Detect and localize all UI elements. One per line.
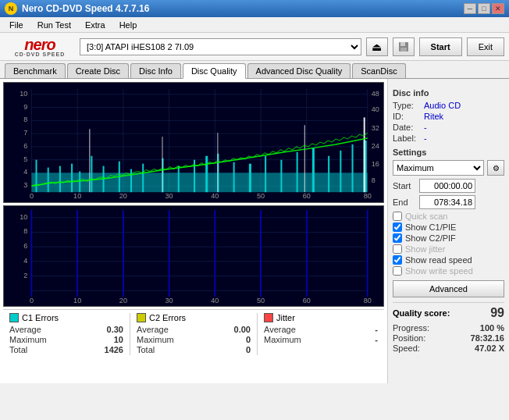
menu-extra[interactable]: Extra [79, 19, 112, 31]
tab-disc-quality[interactable]: Disc Quality [183, 63, 246, 79]
svg-rect-65 [340, 151, 341, 192]
svg-text:80: 80 [364, 192, 372, 200]
c1-chart: 10 9 8 7 6 5 4 3 48 40 32 24 16 8 0 10 2… [3, 82, 384, 203]
exit-button[interactable]: Exit [467, 37, 504, 56]
toolbar: nero CD·DVD SPEED [3:0] ATAPI iHES108 2 … [0, 33, 509, 61]
svg-text:0: 0 [30, 192, 34, 200]
svg-text:40: 40 [372, 106, 379, 114]
tab-create-disc[interactable]: Create Disc [67, 63, 129, 78]
svg-text:10: 10 [20, 90, 27, 98]
show-write-speed-checkbox[interactable] [393, 266, 402, 276]
svg-text:60: 60 [303, 192, 311, 200]
svg-text:30: 30 [166, 192, 173, 200]
svg-text:7: 7 [23, 129, 27, 137]
tab-advanced-disc-quality[interactable]: Advanced Disc Quality [247, 63, 351, 78]
show-c2-pif-checkbox[interactable] [393, 233, 402, 243]
disc-id-value: Ritek [424, 112, 443, 121]
svg-text:9: 9 [23, 103, 27, 111]
c2-total-label: Total [137, 345, 155, 354]
eject-button[interactable]: ⏏ [366, 37, 388, 56]
show-c1-pie-label: Show C1/PIE [405, 222, 456, 232]
svg-text:10: 10 [73, 297, 81, 304]
drive-selector[interactable]: [3:0] ATAPI iHES108 2 7I.09 [80, 38, 361, 55]
show-read-speed-row: Show read speed [393, 255, 504, 265]
svg-text:20: 20 [119, 192, 127, 200]
progress-label: Progress: [393, 323, 429, 333]
advanced-button[interactable]: Advanced [393, 280, 504, 297]
maximize-button[interactable]: □ [478, 3, 490, 14]
svg-text:3: 3 [23, 181, 27, 189]
position-row: Position: 78:32.16 [393, 333, 504, 343]
speed-settings-row: Maximum ⚙ [393, 160, 504, 176]
menu-help[interactable]: Help [113, 19, 144, 31]
c2-max-value: 0 [246, 335, 251, 344]
c2-avg-label: Average [137, 325, 169, 334]
svg-rect-56 [205, 156, 208, 192]
side-panel: Disc info Type: Audio CD ID: Ritek Date:… [388, 79, 509, 383]
main-content: 10 9 8 7 6 5 4 3 48 40 32 24 16 8 0 10 2… [0, 79, 509, 383]
svg-text:50: 50 [257, 192, 265, 200]
show-c2-pif-label: Show C2/PIF [405, 233, 456, 243]
disc-date-row: Date: - [393, 123, 504, 132]
nero-logo: nero CD·DVD SPEED [5, 36, 75, 57]
menu-file[interactable]: File [3, 19, 30, 31]
c2-chart: 10 8 6 4 2 0 10 20 30 40 50 60 80 [3, 205, 384, 307]
progress-value: 100 % [480, 323, 504, 333]
disc-type-row: Type: Audio CD [393, 101, 504, 110]
svg-text:32: 32 [372, 124, 379, 132]
quality-score-label: Quality score: [393, 308, 450, 318]
c1-label: C1 Errors [22, 313, 59, 322]
end-time-input[interactable] [419, 195, 475, 209]
close-button[interactable]: ✕ [492, 3, 504, 14]
menu-bar: File Run Test Extra Help [0, 17, 509, 33]
svg-text:24: 24 [372, 142, 379, 150]
speed-selector[interactable]: Maximum [393, 160, 484, 176]
disc-date-label: Date: [393, 123, 421, 132]
c2-avg-value: 0.00 [234, 325, 251, 334]
show-c1-pie-checkbox[interactable] [393, 222, 402, 232]
settings-icon-button[interactable]: ⚙ [487, 160, 504, 176]
quick-scan-checkbox[interactable] [393, 212, 402, 221]
tab-scan-disc[interactable]: ScanDisc [352, 63, 405, 78]
start-time-input[interactable] [419, 179, 475, 193]
svg-rect-43 [36, 160, 37, 192]
svg-rect-72 [364, 117, 365, 192]
position-label: Position: [393, 333, 425, 343]
svg-text:10: 10 [20, 213, 27, 221]
c1-max-value: 10 [114, 335, 123, 344]
c2-max-label: Maximum [137, 335, 174, 344]
svg-rect-68 [89, 129, 90, 192]
c2-label: C2 Errors [149, 313, 186, 322]
minimize-button[interactable]: ─ [464, 3, 476, 14]
svg-rect-59 [249, 164, 251, 193]
svg-text:4: 4 [23, 169, 27, 176]
start-time-row: Start [393, 179, 504, 193]
svg-rect-54 [178, 166, 180, 193]
save-button[interactable] [393, 37, 415, 56]
svg-text:40: 40 [211, 297, 219, 304]
show-read-speed-checkbox[interactable] [393, 255, 402, 265]
jitter-label: Jitter [276, 313, 295, 322]
svg-text:8: 8 [23, 228, 27, 236]
position-value: 78:32.16 [471, 333, 504, 343]
svg-rect-60 [265, 156, 266, 192]
menu-run-test[interactable]: Run Test [31, 19, 77, 31]
c1-total-value: 1426 [105, 345, 123, 354]
start-label: Start [393, 181, 416, 190]
svg-text:16: 16 [372, 160, 379, 168]
progress-row: Progress: 100 % [393, 323, 504, 333]
svg-text:10: 10 [73, 192, 81, 200]
c1-avg-label: Average [9, 325, 41, 334]
speed-row: Speed: 47.02 X [393, 343, 504, 353]
svg-text:80: 80 [364, 297, 372, 304]
jitter-max-value: - [375, 335, 378, 344]
jitter-stats: Jitter Average - Maximum - [258, 313, 384, 355]
show-jitter-row: Show jitter [393, 244, 504, 254]
start-button[interactable]: Start [419, 37, 462, 56]
svg-rect-45 [59, 166, 61, 193]
tab-benchmark[interactable]: Benchmark [5, 63, 66, 78]
svg-text:4: 4 [23, 257, 27, 265]
show-jitter-checkbox[interactable] [393, 244, 402, 254]
quick-scan-label: Quick scan [405, 212, 447, 221]
tab-disc-info[interactable]: Disc Info [130, 63, 181, 78]
